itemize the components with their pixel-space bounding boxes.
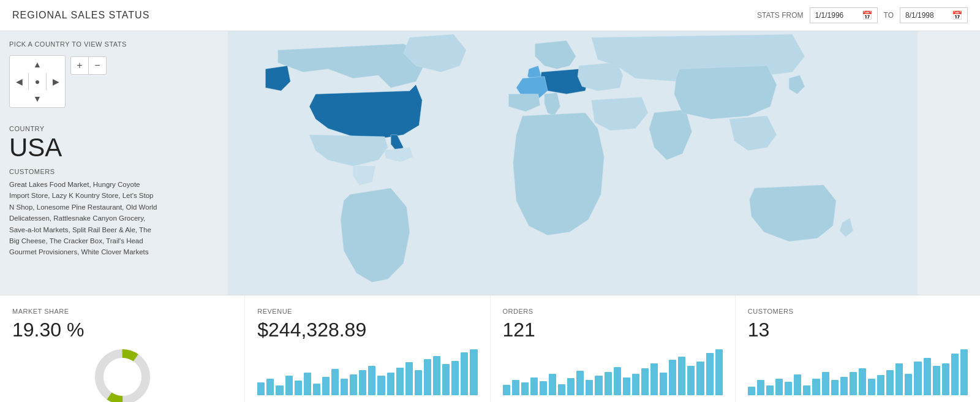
chart-bar [632, 374, 639, 395]
donut-chart [92, 346, 153, 402]
chart-bar [715, 349, 723, 395]
chart-bar [914, 362, 921, 395]
date-range-controls: STATS FROM 📅 TO 📅 [757, 7, 968, 23]
pan-center-button[interactable]: ● [28, 73, 47, 90]
chart-bar [442, 364, 450, 395]
chart-bar [368, 366, 375, 395]
customers-list: Great Lakes Food Market, Hungry Coyote I… [9, 179, 159, 258]
chart-bar [812, 379, 820, 395]
date-from-input-wrap[interactable]: 📅 [810, 7, 878, 23]
svg-point-3 [107, 362, 138, 392]
map-controls-row: ▲ ◀ ● ▶ ▼ + − [9, 55, 159, 114]
orders-chart [503, 346, 723, 395]
date-to-input-wrap[interactable]: 📅 [900, 7, 968, 23]
chart-bar [840, 377, 848, 395]
chart-bar [331, 369, 339, 395]
chart-bar [341, 379, 348, 395]
stats-section: MARKET SHARE 19.30 % All: $1,265,793.04 … [0, 295, 980, 402]
chart-bar [623, 377, 630, 395]
chart-bar [595, 376, 602, 395]
chart-bar [540, 381, 547, 395]
chart-bar [803, 385, 810, 395]
chart-bar [276, 385, 283, 395]
zoom-controls: + − [70, 56, 107, 75]
chart-bar [933, 366, 940, 395]
chart-bar [567, 378, 575, 395]
revenue-chart [257, 346, 477, 395]
chart-bar [905, 374, 912, 395]
chart-bar [470, 349, 477, 395]
chart-bar [415, 370, 422, 395]
orders-value: 121 [503, 319, 723, 341]
chart-bar [822, 372, 829, 395]
zoom-out-button[interactable]: − [89, 57, 106, 74]
chart-bar [549, 374, 556, 395]
orders-label: ORDERS [503, 308, 723, 315]
chart-bar [766, 385, 774, 395]
pan-down-button[interactable]: ▼ [28, 90, 47, 107]
chart-bar [850, 372, 857, 395]
chart-bar [387, 373, 394, 396]
chart-bar [641, 368, 649, 395]
donut-svg [92, 346, 153, 402]
chart-bar [696, 362, 704, 395]
revenue-label: REVENUE [257, 308, 477, 315]
chart-bar [678, 357, 685, 395]
pan-left-button[interactable]: ◀ [10, 73, 28, 90]
customers-stat-label: CUSTOMERS [748, 308, 968, 315]
chart-bar [266, 379, 274, 395]
customers-section-label: CUSTOMERS [9, 168, 159, 175]
revenue-value: $244,328.89 [257, 319, 477, 341]
pan-up-button[interactable]: ▲ [28, 56, 47, 73]
chart-bar [748, 387, 755, 395]
chart-bar [576, 371, 584, 395]
chart-bar [785, 382, 792, 395]
world-map[interactable] [165, 31, 980, 295]
revenue-panel: REVENUE $244,328.89 [245, 295, 490, 402]
chart-bar [942, 363, 949, 395]
chart-bar [304, 373, 311, 396]
chart-bar [359, 370, 366, 395]
chart-bar [322, 377, 330, 395]
chart-bar [831, 380, 839, 395]
chart-bar [405, 362, 413, 395]
chart-bar [605, 372, 612, 395]
market-share-label: MARKET SHARE [12, 308, 232, 315]
chart-bar [257, 382, 265, 395]
date-from-input[interactable] [815, 11, 858, 20]
chart-bar [377, 376, 385, 395]
chart-bar [706, 353, 714, 395]
chart-bar [660, 373, 667, 395]
customers-chart [748, 346, 968, 395]
chart-bar [521, 382, 529, 395]
chart-bar [396, 368, 404, 395]
chart-bar [775, 379, 783, 395]
calendar-from-icon[interactable]: 📅 [862, 10, 872, 20]
country-name: USA [9, 135, 159, 161]
chart-bar [424, 359, 431, 395]
chart-bar [757, 380, 764, 395]
map-container[interactable] [165, 31, 980, 295]
chart-bar [794, 374, 801, 395]
chart-bar [586, 380, 593, 395]
chart-bar [886, 370, 894, 395]
chart-bar [650, 363, 658, 395]
zoom-in-button[interactable]: + [71, 57, 88, 74]
to-label: TO [884, 11, 894, 20]
chart-bar [512, 380, 519, 395]
chart-bar [451, 361, 459, 395]
country-label: COUNTRY [9, 125, 159, 132]
map-section: PICK A COUNTRY TO VIEW STATS ▲ ◀ ● ▶ ▼ +… [0, 31, 980, 295]
chart-bar [951, 354, 959, 395]
calendar-to-icon[interactable]: 📅 [952, 10, 962, 20]
chart-bar [859, 368, 866, 395]
pan-right-button[interactable]: ▶ [47, 73, 65, 90]
chart-bar [877, 375, 884, 395]
date-to-input[interactable] [905, 11, 948, 20]
page-title: REGIONAL SALES STATUS [12, 10, 149, 21]
chart-bar [530, 377, 538, 395]
customers-stat-panel: CUSTOMERS 13 [736, 295, 980, 402]
chart-bar [669, 360, 676, 395]
donut-content: All: $1,265,793.04 [12, 346, 232, 402]
chart-bar [295, 381, 302, 395]
